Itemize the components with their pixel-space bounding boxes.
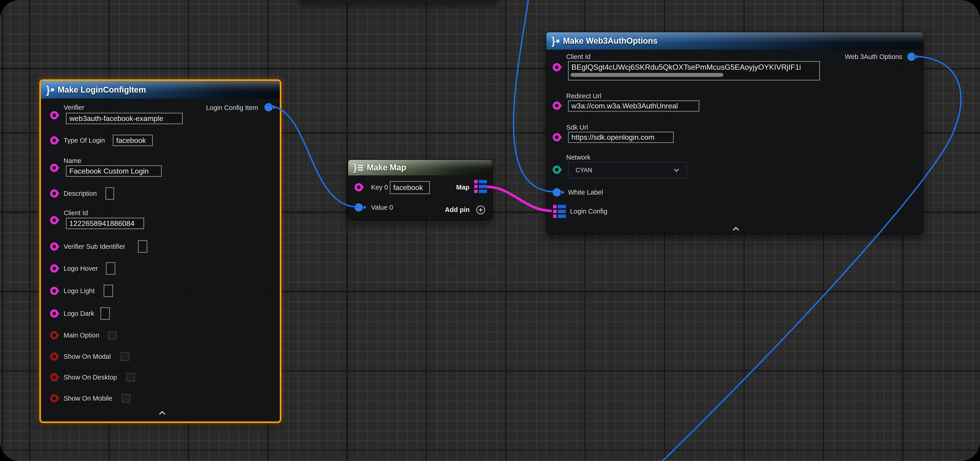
pin-name[interactable]: [50, 164, 58, 172]
logo-hover-input[interactable]: [106, 262, 115, 275]
network-dropdown[interactable]: CYAN: [568, 162, 687, 179]
pin-show-on-modal[interactable]: [50, 352, 58, 361]
field-label-show-on-desktop: Show On Desktop: [64, 373, 117, 382]
pin-show-on-desktop[interactable]: [50, 373, 58, 382]
pin-verifier[interactable]: [50, 111, 58, 119]
output-label-map: Map: [456, 183, 469, 191]
show-on-modal-checkbox[interactable]: [121, 352, 129, 361]
pin-network[interactable]: [553, 165, 561, 174]
blueprint-graph-canvas[interactable]: } Make LoginConfigItem Login Config Item…: [0, 0, 980, 461]
redirect-url-input[interactable]: w3a://com.w3a.Web3AuthUnreal: [568, 100, 699, 111]
pin-map-output[interactable]: [474, 180, 487, 193]
node-make-web3authoptions[interactable]: } Make Web3AuthOptions Web 3Auth Options…: [546, 32, 923, 234]
make-struct-icon: }: [551, 36, 559, 46]
output-label-login-config-item: Login Config Item: [206, 103, 258, 112]
node-header[interactable]: } Make Web3AuthOptions: [546, 32, 923, 49]
node-make-map[interactable]: } Make Map Key 0 facebook Map Value 0 Ad…: [348, 159, 493, 220]
pin-login-config[interactable]: [553, 205, 566, 218]
name-input[interactable]: Facebook Custom Login: [66, 165, 162, 177]
pin-description[interactable]: [50, 189, 58, 197]
collapse-chevron-icon[interactable]: [159, 411, 166, 416]
add-pin-button-label[interactable]: Add pin: [445, 205, 469, 214]
add-pin-plus-icon[interactable]: +: [476, 205, 485, 214]
node-title: Make Web3AuthOptions: [563, 36, 657, 46]
logo-light-input[interactable]: [103, 285, 113, 297]
field-label-network: Network: [566, 153, 590, 161]
output-label-web3auth-options: Web 3Auth Options: [845, 52, 902, 61]
client-id-input[interactable]: 1222658941886084: [66, 218, 144, 229]
pin-client-id[interactable]: [50, 216, 58, 224]
key-0-input[interactable]: facebook: [390, 181, 430, 194]
pin-login-config-item-output[interactable]: [264, 103, 273, 111]
show-on-desktop-checkbox[interactable]: [126, 373, 135, 382]
node-header[interactable]: } Make LoginConfigItem: [41, 81, 280, 99]
field-label-client-id: Client Id: [64, 209, 88, 217]
client-id-value: BEglQSgt4cUWcj6SKRdu5QkOXTsePmMcusG5EAoy…: [571, 63, 801, 72]
description-input[interactable]: [105, 187, 114, 200]
verifier-input[interactable]: web3auth-facebook-example: [66, 113, 183, 124]
field-label-show-on-modal: Show On Modal: [64, 352, 111, 361]
main-option-checkbox[interactable]: [108, 331, 117, 340]
pin-logo-dark[interactable]: [50, 309, 58, 318]
field-label-redirect-url: Redirect Url: [566, 92, 601, 100]
pin-label-value-0: Value 0: [371, 203, 393, 211]
node-make-loginconfigitem[interactable]: } Make LoginConfigItem Login Config Item…: [39, 79, 282, 423]
field-label-type-of-login: Type Of Login: [64, 136, 105, 145]
make-struct-icon: }: [46, 84, 54, 95]
field-label-sdk-url: Sdk Url: [566, 123, 588, 132]
offscreen-node-edge: [299, 0, 497, 3]
field-label-logo-hover: Logo Hover: [64, 264, 98, 273]
pin-label-key-0: Key 0: [371, 183, 388, 191]
pin-logo-hover[interactable]: [50, 264, 58, 273]
node-title: Make Map: [367, 163, 406, 172]
pin-verifier-sub-identifier[interactable]: [50, 242, 58, 251]
field-label-name: Name: [64, 157, 81, 165]
sdk-url-input[interactable]: https://sdk.openlogin.com: [568, 132, 674, 143]
field-label-verifier: Verifier: [64, 103, 84, 111]
field-label-client-id: Client Id: [566, 52, 590, 61]
field-label-main-option: Main Option: [64, 331, 99, 339]
collapse-chevron-icon[interactable]: [732, 227, 740, 232]
field-label-verifier-sub-identifier: Verifier Sub Identifier: [64, 242, 125, 251]
node-header[interactable]: } Make Map: [348, 160, 492, 175]
client-id-input[interactable]: BEglQSgt4cUWcj6SKRdu5QkOXTsePmMcusG5EAoy…: [568, 61, 820, 81]
pin-label-login-config: Login Config: [570, 207, 607, 215]
pin-type-of-login[interactable]: [50, 136, 58, 145]
pin-label-white-label: White Label: [568, 188, 603, 196]
make-map-icon: }: [353, 162, 363, 173]
pin-client-id[interactable]: [553, 63, 561, 72]
logo-dark-input[interactable]: [100, 307, 110, 320]
pin-key-0[interactable]: [355, 183, 363, 191]
field-label-show-on-mobile: Show On Mobile: [64, 394, 112, 402]
pin-redirect-url[interactable]: [553, 102, 561, 110]
show-on-mobile-checkbox[interactable]: [122, 394, 130, 403]
field-label-logo-dark: Logo Dark: [64, 309, 94, 318]
client-id-scrollbar[interactable]: [571, 73, 723, 77]
type-of-login-input[interactable]: facebook: [113, 135, 153, 146]
node-title: Make LoginConfigItem: [58, 85, 146, 95]
pin-sdk-url[interactable]: [553, 133, 561, 141]
pin-main-option[interactable]: [50, 331, 58, 339]
network-dropdown-value: CYAN: [576, 167, 592, 174]
pin-show-on-mobile[interactable]: [50, 394, 58, 402]
verifier-sub-identifier-input[interactable]: [138, 240, 147, 253]
chevron-down-icon: [673, 168, 679, 172]
pin-logo-light[interactable]: [50, 287, 58, 295]
field-label-description: Description: [64, 189, 97, 197]
field-label-logo-light: Logo Light: [64, 287, 94, 295]
